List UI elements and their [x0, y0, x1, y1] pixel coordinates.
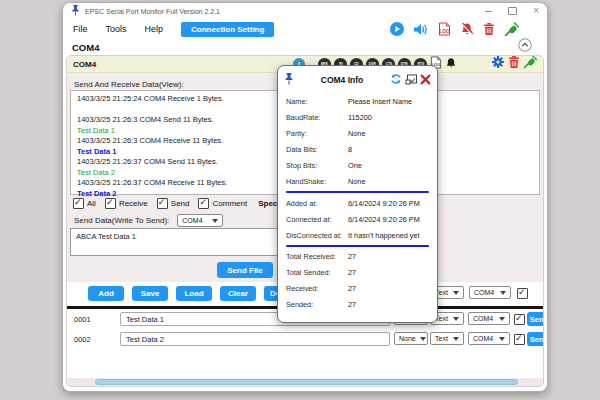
collapse-chevron-icon[interactable]: [518, 38, 532, 56]
popup-field-name: Name:Please Insert Name: [286, 94, 429, 110]
chevron-down-icon: [499, 317, 505, 321]
play-icon[interactable]: [390, 22, 404, 36]
row-send-button[interactable]: Send: [527, 312, 544, 326]
port-plug-icon[interactable]: [523, 55, 537, 73]
port-bar-title: COM4: [73, 60, 96, 69]
bulk-port-dropdown[interactable]: COM4: [469, 286, 511, 299]
popup-field-added-at: Added at:6/14/2024 9:20:26 PM: [286, 195, 429, 211]
connection-setting-button[interactable]: Connection Setting: [181, 22, 274, 37]
close-button[interactable]: ×: [533, 6, 539, 16]
checkbox-comment[interactable]: [198, 198, 209, 209]
row-format-dropdown[interactable]: Text: [430, 332, 464, 345]
popup-field-baudrate: BaudRate:115200: [286, 110, 429, 126]
port-trash-icon[interactable]: [508, 55, 520, 73]
app-window: EPSC Serial Port Monitor Full Version 2.…: [62, 2, 548, 392]
port-group-title: COM4: [72, 42, 99, 53]
menu-bar: File Tools Help Connection Setting LOG: [63, 19, 547, 39]
checkbox-all-label: All: [87, 199, 96, 208]
row-mode-dropdown[interactable]: None: [394, 332, 428, 345]
popup-field-connected-at: Connected at:6/14/2024 9:20:26 PM: [286, 211, 429, 227]
menu-file[interactable]: File: [73, 24, 88, 34]
desktop-background: EPSC Serial Port Monitor Full Version 2.…: [0, 0, 600, 400]
com4-info-popup: COM4 Info Name:Please Insert Name BaudRa…: [277, 65, 438, 323]
checkbox-receive[interactable]: [105, 198, 116, 209]
send-data-input[interactable]: ABCA Test Data 1: [70, 228, 282, 256]
checkbox-all[interactable]: [73, 198, 84, 209]
popup-field-sended: Sended:27: [286, 297, 429, 313]
log-file-icon[interactable]: LOG: [438, 22, 451, 36]
connect-plug-icon[interactable]: [504, 22, 519, 37]
title-bar: EPSC Serial Port Monitor Full Version 2.…: [63, 3, 547, 19]
popup-field-parity: Parity:None: [286, 126, 429, 142]
gear-icon[interactable]: [491, 55, 505, 73]
checkbox-receive-label: Receive: [119, 199, 148, 208]
send-port-dropdown[interactable]: COM4: [177, 214, 223, 227]
chevron-down-icon: [453, 291, 459, 295]
chevron-down-icon: [500, 291, 506, 295]
send-data-label: Send Data(Write To Send):: [74, 216, 169, 225]
chevron-down-icon: [453, 337, 459, 341]
popout-window-icon[interactable]: [405, 71, 417, 89]
row-id: 0001: [74, 315, 91, 324]
popup-field-handshake: HandShake:None: [286, 173, 429, 189]
popup-field-stopbits: Stop Bits:One: [286, 158, 429, 174]
row-checkbox[interactable]: [514, 334, 525, 345]
popup-field-disconnected-at: DisConnected at:It hasn't happened yet: [286, 227, 429, 243]
popup-body: Name:Please Insert Name BaudRate:115200 …: [278, 91, 437, 313]
add-button[interactable]: Add: [88, 286, 124, 301]
popup-pushpin-icon[interactable]: [284, 71, 294, 89]
popup-divider: [286, 245, 429, 247]
popup-header: COM4 Info: [278, 66, 437, 91]
maximize-button[interactable]: [508, 7, 517, 15]
minimize-button[interactable]: [485, 11, 492, 12]
row-text-input[interactable]: Test Data 2: [120, 332, 390, 346]
window-title: EPSC Serial Port Monitor Full Version 2.…: [85, 8, 220, 15]
chevron-down-icon: [420, 337, 426, 341]
scrollbar-thumb[interactable]: [95, 379, 518, 385]
chevron-down-icon: [212, 219, 218, 223]
bell-icon[interactable]: [445, 55, 457, 73]
speaker-icon[interactable]: [413, 23, 429, 36]
send-data-row: Send Data(Write To Send): COM4: [74, 214, 223, 227]
row-port-dropdown[interactable]: COM4: [468, 312, 510, 325]
checkbox-comment-label: Comment: [212, 199, 247, 208]
menu-help[interactable]: Help: [145, 24, 164, 34]
bell-mute-icon[interactable]: [460, 22, 474, 36]
row-checkbox[interactable]: [514, 314, 525, 325]
row-id: 0002: [74, 335, 91, 344]
row-port-dropdown[interactable]: COM4: [468, 332, 510, 345]
pushpin-icon: [71, 2, 80, 20]
popup-field-total-received: Total Received:27: [286, 249, 429, 265]
popup-field-received: Received:27: [286, 281, 429, 297]
horizontal-scrollbar[interactable]: [67, 378, 543, 386]
popup-field-total-sended: Total Sended:27: [286, 265, 429, 281]
trash-icon[interactable]: [483, 22, 495, 36]
port-group-header: COM4: [63, 39, 547, 55]
popup-title: COM4 Info: [294, 75, 390, 85]
popup-divider: [286, 191, 429, 193]
clear-button[interactable]: Clear: [220, 286, 256, 301]
chevron-down-icon: [499, 337, 505, 341]
popup-close-icon[interactable]: [420, 71, 431, 89]
log-view-label: Send And Receive Data(View):: [74, 80, 184, 89]
svg-text:LOG: LOG: [440, 29, 450, 34]
save-button[interactable]: Save: [132, 286, 168, 301]
load-button[interactable]: Load: [176, 286, 212, 301]
checkbox-send-label: Send: [171, 199, 190, 208]
menu-tools[interactable]: Tools: [106, 24, 127, 34]
refresh-icon[interactable]: [390, 71, 402, 89]
checkbox-send[interactable]: [157, 198, 168, 209]
popup-field-databits: Data Bits:8: [286, 142, 429, 158]
bulk-checkbox[interactable]: [517, 288, 528, 299]
send-file-button[interactable]: Send File: [217, 262, 273, 278]
chevron-down-icon: [453, 317, 459, 321]
row-send-button[interactable]: Send: [527, 332, 544, 346]
